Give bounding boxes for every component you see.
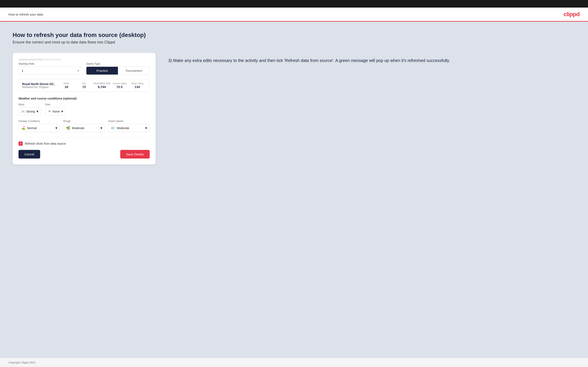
starting-hole-select[interactable]: 1 ▾ xyxy=(18,67,82,75)
tournament-button[interactable]: Tournament xyxy=(118,67,149,75)
slope-rating-value: 134 xyxy=(129,85,146,89)
fairway-icon: ⛳ xyxy=(21,126,26,130)
logo: clippd xyxy=(564,11,579,18)
chevron-down-icon: ▾ xyxy=(145,126,147,130)
footer: Copyright Clippd 2022 xyxy=(0,358,588,367)
refresh-checkbox[interactable] xyxy=(18,142,23,146)
rough-label: Rough xyxy=(63,120,105,123)
weather-section: Weather and course conditions (optional)… xyxy=(18,97,150,132)
rain-select[interactable]: ☀ None ▾ xyxy=(45,107,66,116)
page-subheading: Ensure the correct and most up to date d… xyxy=(13,40,575,44)
rain-group: Rain ☀ None ▾ xyxy=(45,103,66,116)
course-name: Royal North Devon GC, Westward Ho!, Engl… xyxy=(22,82,58,89)
cancel-button[interactable]: Cancel xyxy=(18,150,40,158)
green-speed-value: Moderate xyxy=(117,126,144,130)
fairway-select[interactable]: ⛳ Normal ▾ xyxy=(18,124,60,132)
main-content: How to refresh your data from source (de… xyxy=(0,22,588,358)
fairway-value: Normal xyxy=(27,126,54,130)
header: How to refresh your data clippd xyxy=(0,8,588,22)
game-type-label: Game Type xyxy=(86,62,150,65)
wind-icon: 🌬 xyxy=(21,110,25,113)
course-rating-stat: Course rating 72.5 xyxy=(111,82,128,89)
divider xyxy=(18,137,150,137)
fairway-group: Fairway Conditions ⛳ Normal ▾ xyxy=(18,120,60,132)
starting-hole-group: Starting Hole 1 ▾ xyxy=(18,62,82,75)
green-speed-icon: 💨 xyxy=(111,126,115,130)
par-value: 72 xyxy=(75,85,93,89)
starting-hole-label: Starting Hole xyxy=(18,62,82,65)
top-bar xyxy=(0,0,588,8)
course-name-primary: Royal North Devon GC, xyxy=(22,82,58,86)
copyright-text: Copyright Clippd 2022 xyxy=(9,361,35,364)
side-text: 3) Make any extra edits necessary to the… xyxy=(168,53,575,64)
content-row: Starting Hole 1 ▾ Game Type Practice Tou… xyxy=(13,53,575,164)
course-name-secondary: Westward Ho!, England xyxy=(22,86,58,89)
weather-label: Weather and course conditions (optional) xyxy=(18,97,150,100)
course-table: Royal North Devon GC, Westward Ho!, Engl… xyxy=(18,79,150,92)
yards-label: Yards/White (M)) xyxy=(93,82,111,85)
holes-stat: Holes 18 xyxy=(58,82,75,89)
save-button[interactable]: Save Details xyxy=(120,150,150,158)
page-heading: How to refresh your data from source (de… xyxy=(13,32,575,38)
green-speed-label: Green Speed xyxy=(108,120,150,123)
game-type-group: Game Type Practice Tournament xyxy=(86,62,150,75)
par-stat: Par 72 xyxy=(75,82,93,89)
rough-value: Moderate xyxy=(72,126,99,130)
fairway-label: Fairway Conditions xyxy=(18,120,60,123)
side-description: 3) Make any extra edits necessary to the… xyxy=(168,57,575,64)
refresh-label: Refresh shots from data source xyxy=(25,142,66,145)
course-rating-value: 72.5 xyxy=(111,85,128,89)
green-speed-select[interactable]: 💨 Moderate ▾ xyxy=(108,124,150,132)
action-row: Cancel Save Details xyxy=(18,150,150,158)
rain-label: Rain xyxy=(45,103,66,106)
chevron-down-icon: ▾ xyxy=(61,109,63,113)
wind-value: Strong xyxy=(26,110,35,113)
holes-value: 18 xyxy=(58,85,75,89)
course-rating-label: Course rating xyxy=(111,82,128,85)
practice-button[interactable]: Practice xyxy=(86,67,118,75)
slope-rating-stat: Slope rating 134 xyxy=(129,82,146,89)
rain-icon: ☀ xyxy=(48,109,51,113)
chevron-down-icon: ▾ xyxy=(101,126,102,130)
game-type-toggle: Practice Tournament xyxy=(86,67,150,75)
chevron-down-icon: ▾ xyxy=(55,126,57,130)
slope-rating-label: Slope rating xyxy=(129,82,146,85)
starting-hole-value: 1 xyxy=(22,69,78,72)
rough-icon: 🌿 xyxy=(66,126,70,130)
chevron-down-icon: ▾ xyxy=(78,69,79,72)
hole-gametype-row: Starting Hole 1 ▾ Game Type Practice Tou… xyxy=(18,62,150,75)
yards-value: 6,744 xyxy=(93,85,111,89)
wind-select[interactable]: 🌬 Strong ▾ xyxy=(18,107,41,116)
rain-value: None xyxy=(52,110,60,113)
wind-label: Wind xyxy=(18,103,41,106)
rough-select[interactable]: 🌿 Moderate ▾ xyxy=(63,124,105,132)
conditions-grid: Fairway Conditions ⛳ Normal ▾ Rough 🌿 Mo… xyxy=(18,120,150,132)
green-speed-group: Green Speed 💨 Moderate ▾ xyxy=(108,120,150,132)
chevron-down-icon: ▾ xyxy=(37,109,38,113)
holes-label: Holes xyxy=(58,82,75,85)
header-title: How to refresh your data xyxy=(9,13,43,16)
form-card: Starting Hole 1 ▾ Game Type Practice Tou… xyxy=(13,53,156,164)
course-row: Royal North Devon GC, Westward Ho!, Engl… xyxy=(19,79,149,92)
rough-group: Rough 🌿 Moderate ▾ xyxy=(63,120,105,132)
wind-rain-row: Wind 🌬 Strong ▾ Rain ☀ None ▾ xyxy=(18,103,150,116)
par-label: Par xyxy=(75,82,93,85)
yards-stat: Yards/White (M)) 6,744 xyxy=(93,82,111,89)
refresh-checkbox-row: Refresh shots from data source xyxy=(18,142,150,146)
wind-group: Wind 🌬 Strong ▾ xyxy=(18,103,41,116)
